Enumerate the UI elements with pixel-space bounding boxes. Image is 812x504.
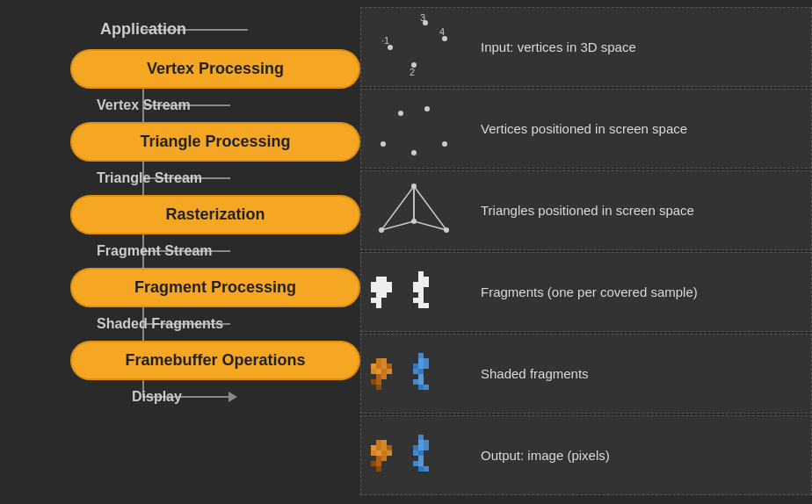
svg-rect-75 bbox=[376, 440, 381, 445]
vertex-stream-label: Vertex Stream bbox=[97, 92, 191, 119]
svg-rect-102 bbox=[424, 466, 429, 472]
svg-rect-71 bbox=[413, 379, 418, 385]
svg-rect-57 bbox=[376, 374, 381, 379]
desc-5: Shaded fragments bbox=[481, 366, 811, 381]
svg-rect-49 bbox=[371, 364, 376, 369]
svg-rect-83 bbox=[381, 450, 387, 456]
svg-rect-88 bbox=[376, 461, 381, 466]
svg-rect-69 bbox=[418, 369, 424, 374]
svg-text:·1: ·1 bbox=[381, 35, 389, 46]
svg-point-12 bbox=[411, 150, 417, 155]
svg-rect-46 bbox=[424, 303, 429, 308]
svg-rect-34 bbox=[418, 271, 424, 277]
triangle-processing-box: Triangle Processing bbox=[70, 122, 360, 162]
svg-marker-14 bbox=[414, 186, 446, 230]
svg-rect-39 bbox=[424, 282, 429, 287]
svg-rect-74 bbox=[424, 385, 429, 390]
svg-rect-68 bbox=[413, 369, 418, 374]
svg-point-18 bbox=[444, 227, 449, 233]
svg-text:4: 4 bbox=[439, 26, 445, 37]
svg-rect-43 bbox=[413, 298, 418, 303]
svg-rect-37 bbox=[413, 282, 418, 287]
desc-6: Output: image (pixels) bbox=[481, 448, 811, 463]
diagram-row-3: Triangles positioned in screen space bbox=[360, 170, 812, 250]
framebuffer-operations-box: Framebuffer Operations bbox=[70, 341, 360, 380]
desc-3: Triangles positioned in screen space bbox=[481, 203, 811, 218]
svg-rect-96 bbox=[413, 450, 418, 456]
svg-rect-53 bbox=[371, 369, 376, 374]
triangle-stream-label: Triangle Stream bbox=[97, 165, 202, 191]
svg-rect-62 bbox=[418, 353, 424, 358]
svg-point-15 bbox=[379, 227, 384, 233]
svg-rect-91 bbox=[418, 440, 424, 445]
svg-rect-86 bbox=[381, 456, 387, 461]
diagram-box-2 bbox=[361, 94, 467, 164]
svg-rect-21 bbox=[371, 282, 376, 287]
svg-rect-44 bbox=[418, 298, 424, 303]
svg-rect-64 bbox=[424, 358, 429, 364]
svg-rect-42 bbox=[418, 292, 424, 298]
svg-rect-55 bbox=[381, 369, 387, 374]
svg-rect-95 bbox=[424, 445, 429, 450]
svg-rect-79 bbox=[381, 445, 387, 450]
svg-rect-27 bbox=[381, 287, 387, 292]
svg-rect-33 bbox=[376, 303, 381, 308]
svg-rect-26 bbox=[376, 287, 381, 292]
svg-point-10 bbox=[424, 106, 430, 112]
app-label: Application bbox=[100, 20, 186, 39]
fragment-stream-label: Fragment Stream bbox=[97, 238, 213, 264]
svg-rect-48 bbox=[381, 358, 387, 364]
diagram-box-5 bbox=[361, 339, 467, 409]
svg-rect-97 bbox=[418, 450, 424, 456]
fragment-processing-box: Fragment Processing bbox=[70, 268, 360, 307]
svg-rect-38 bbox=[418, 282, 424, 287]
svg-rect-51 bbox=[381, 364, 387, 369]
diagram-row-2: Vertices positioned in screen space bbox=[360, 89, 812, 169]
svg-rect-36 bbox=[424, 277, 429, 282]
svg-rect-66 bbox=[418, 364, 424, 369]
svg-point-8 bbox=[381, 141, 386, 147]
svg-rect-87 bbox=[371, 461, 376, 466]
svg-text:3: 3 bbox=[420, 14, 425, 23]
svg-rect-32 bbox=[376, 298, 381, 303]
svg-rect-73 bbox=[418, 385, 424, 390]
svg-rect-92 bbox=[424, 440, 429, 445]
svg-rect-52 bbox=[387, 364, 392, 369]
svg-rect-94 bbox=[418, 445, 424, 450]
svg-rect-35 bbox=[418, 277, 424, 282]
diagram-row-6: Output: image (pixels) bbox=[360, 415, 812, 495]
shaded-fragments-label: Shaded Fragments bbox=[97, 311, 223, 337]
svg-rect-56 bbox=[387, 369, 392, 374]
diagram-box-1: ·1 3 4 2 bbox=[361, 12, 467, 83]
desc-4: Fragments (one per covered sample) bbox=[481, 284, 811, 299]
svg-rect-63 bbox=[418, 358, 424, 364]
svg-rect-61 bbox=[376, 385, 381, 390]
svg-rect-45 bbox=[418, 303, 424, 308]
svg-rect-28 bbox=[387, 287, 392, 292]
desc-1: Input: vertices in 3D space bbox=[481, 40, 811, 54]
diagram-row-4: Fragments (one per covered sample) bbox=[360, 252, 812, 332]
svg-rect-22 bbox=[376, 282, 381, 287]
svg-rect-58 bbox=[381, 374, 387, 379]
svg-rect-67 bbox=[424, 364, 429, 369]
svg-rect-98 bbox=[418, 456, 424, 461]
diagram-box-3 bbox=[361, 176, 467, 246]
svg-rect-19 bbox=[376, 277, 381, 282]
rasterization-box: Rasterization bbox=[70, 195, 360, 234]
diagram-row-1: ·1 3 4 2 Input: vertices in 3D space bbox=[360, 7, 812, 87]
svg-rect-20 bbox=[381, 277, 387, 282]
svg-text:2: 2 bbox=[410, 67, 415, 77]
svg-rect-89 bbox=[376, 466, 381, 472]
svg-rect-59 bbox=[371, 379, 376, 385]
svg-rect-90 bbox=[418, 435, 424, 440]
svg-rect-101 bbox=[418, 466, 424, 472]
svg-rect-50 bbox=[376, 364, 381, 369]
svg-rect-100 bbox=[418, 461, 424, 466]
svg-rect-41 bbox=[418, 287, 424, 292]
svg-point-11 bbox=[442, 141, 447, 147]
svg-marker-13 bbox=[381, 186, 414, 230]
svg-rect-72 bbox=[418, 379, 424, 385]
svg-rect-82 bbox=[376, 450, 381, 456]
svg-rect-78 bbox=[376, 445, 381, 450]
svg-rect-29 bbox=[376, 292, 381, 298]
